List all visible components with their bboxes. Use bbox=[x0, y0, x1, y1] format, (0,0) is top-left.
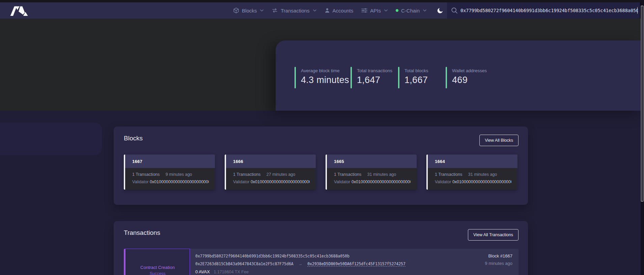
transaction-row: Contract Creation Success 0x7799bd580272… bbox=[124, 249, 519, 275]
transaction-details: 0x7799bd580272f9604140b6991d3bb6c19924bf… bbox=[190, 249, 519, 275]
transaction-age: 9 minutes ago bbox=[485, 261, 512, 266]
nav-item-chain-selector[interactable]: C-Chain bbox=[396, 8, 426, 13]
stat-value: 1,647 bbox=[357, 75, 392, 85]
stat-accent-bar bbox=[351, 67, 352, 88]
chevron-down-icon bbox=[423, 9, 426, 11]
stat-value: 1,667 bbox=[404, 75, 428, 85]
navbar: Blocks Transactions Account bbox=[0, 2, 644, 19]
nav-item-blocks[interactable]: Blocks bbox=[233, 7, 263, 13]
stat-total-blocks: Total blocks 1,667 bbox=[398, 67, 446, 88]
transaction-fee: 1.1718604 TX Fee bbox=[214, 270, 249, 274]
stat-label: Average block time bbox=[301, 68, 349, 73]
block-card-1664[interactable]: 1664 1 Transactions 31 minutes ago Valid… bbox=[426, 155, 517, 190]
text-cursor bbox=[637, 7, 638, 14]
hero-section: Average block time 4.3 minutes Total tra… bbox=[0, 19, 644, 111]
scrollbar-thumb[interactable] bbox=[641, 6, 643, 201]
nav-menu: Blocks Transactions Account bbox=[233, 2, 444, 19]
block-tx-count: 1 Transactions bbox=[334, 172, 361, 177]
transaction-block-info: Block #1667 9 minutes ago bbox=[485, 253, 512, 266]
stat-wallet-addresses: Wallet addresses 469 bbox=[446, 67, 487, 88]
block-card-1667[interactable]: 1667 1 Transactions 9 minutes ago Valida… bbox=[124, 155, 215, 190]
block-age: 9 minutes ago bbox=[166, 172, 192, 177]
view-all-transactions-button[interactable]: View All Transactions bbox=[468, 229, 519, 241]
window-top-strip bbox=[0, 0, 644, 2]
explorer-page: Blocks Transactions Account bbox=[0, 0, 644, 275]
stat-value: 4.3 minutes bbox=[301, 75, 349, 85]
vertical-scrollbar bbox=[641, 0, 644, 275]
person-icon bbox=[325, 8, 330, 13]
blocks-section-title: Blocks bbox=[124, 135, 143, 142]
avalanche-logo[interactable] bbox=[10, 5, 29, 16]
block-number[interactable]: 1664 bbox=[428, 155, 517, 168]
block-age: 31 minutes ago bbox=[367, 172, 396, 177]
nav-label-transactions: Transactions bbox=[281, 8, 309, 13]
sliders-icon bbox=[361, 8, 367, 13]
stat-accent-bar bbox=[398, 67, 399, 88]
stat-accent-bar bbox=[295, 67, 296, 88]
validator-address: 0x010000000000000000000000... bbox=[150, 180, 209, 184]
stat-accent-bar bbox=[446, 67, 447, 88]
nav-item-apis[interactable]: APIs bbox=[361, 8, 388, 13]
block-card-grid: 1667 1 Transactions 9 minutes ago Valida… bbox=[124, 155, 517, 190]
validator-address: 0x010000000000000000000000... bbox=[352, 180, 411, 184]
block-number[interactable]: 1667 bbox=[125, 155, 215, 168]
block-details: 1 Transactions 31 minutes ago Validator … bbox=[428, 168, 517, 190]
nav-label-c-chain: C-Chain bbox=[401, 8, 420, 13]
from-address: 0x2E7263d815CbB43a9647843C8a1e2F5c87F75d… bbox=[195, 262, 293, 266]
block-card-1666[interactable]: 1666 1 Transactions 27 minutes ago Valid… bbox=[225, 155, 316, 190]
transaction-value-line: 0 AVAX 1.1718604 TX Fee bbox=[195, 269, 519, 274]
blocks-section: Blocks View All Blocks 1667 1 Transactio… bbox=[114, 127, 528, 205]
validator-label: Validator bbox=[132, 180, 148, 184]
validator-label: Validator bbox=[435, 180, 451, 184]
block-tx-count: 1 Transactions bbox=[233, 172, 260, 177]
block-details: 1 Transactions 31 minutes ago Validator … bbox=[327, 168, 417, 190]
cube-icon bbox=[233, 7, 239, 13]
stat-total-transactions: Total transactions 1,647 bbox=[351, 67, 398, 88]
stats-panel: Average block time 4.3 minutes Total tra… bbox=[276, 40, 644, 111]
validator-label: Validator bbox=[334, 180, 350, 184]
transaction-hash-link[interactable]: 0x7799bd580272f9604140b6991d3bb6c19924bf… bbox=[195, 254, 519, 258]
transaction-value: 0 AVAX bbox=[195, 269, 210, 274]
transactions-section: Transactions View All Transactions Contr… bbox=[114, 221, 528, 275]
block-reference-link[interactable]: Block #1667 bbox=[485, 253, 512, 258]
chevron-down-icon bbox=[313, 9, 316, 11]
arrow-right-icon: → bbox=[299, 262, 303, 266]
transaction-addresses: 0x2E7263d815CbB43a9647843C8a1e2F5c87F75d… bbox=[195, 262, 519, 266]
search-bar bbox=[447, 2, 641, 19]
nav-item-accounts[interactable]: Accounts bbox=[325, 8, 354, 13]
validator-address: 0x010000000000000000000000... bbox=[452, 180, 511, 184]
validator-label: Validator bbox=[233, 180, 249, 184]
stat-label: Total blocks bbox=[404, 68, 428, 73]
search-icon bbox=[451, 7, 458, 14]
transaction-status: Success bbox=[149, 271, 165, 275]
nav-item-transactions[interactable]: Transactions bbox=[272, 8, 316, 13]
transaction-type-badge: Contract Creation Success bbox=[124, 249, 190, 275]
background-decoration-panel bbox=[0, 122, 102, 155]
stats-row: Average block time 4.3 minutes Total tra… bbox=[295, 67, 487, 88]
chevron-down-icon bbox=[260, 9, 263, 11]
chain-status-dot bbox=[396, 9, 398, 12]
moon-icon bbox=[437, 7, 444, 14]
block-tx-count: 1 Transactions bbox=[435, 172, 462, 177]
block-card-1665[interactable]: 1665 1 Transactions 31 minutes ago Valid… bbox=[326, 155, 417, 190]
nav-label-blocks: Blocks bbox=[242, 8, 257, 13]
nav-label-apis: APIs bbox=[370, 8, 381, 13]
block-tx-count: 1 Transactions bbox=[132, 172, 160, 177]
block-age: 27 minutes ago bbox=[267, 172, 295, 177]
block-number[interactable]: 1666 bbox=[226, 155, 316, 168]
validator-address: 0x010000000000000000000000... bbox=[251, 180, 310, 184]
block-age: 31 minutes ago bbox=[468, 172, 497, 177]
theme-toggle[interactable] bbox=[437, 7, 444, 14]
block-details: 1 Transactions 27 minutes ago Validator … bbox=[226, 168, 316, 190]
block-details: 1 Transactions 9 minutes ago Validator 0… bbox=[125, 168, 215, 190]
stat-label: Total transactions bbox=[357, 68, 392, 73]
block-number[interactable]: 1665 bbox=[327, 155, 417, 168]
stat-average-block-time: Average block time 4.3 minutes bbox=[295, 67, 351, 88]
view-all-blocks-button[interactable]: View All Blocks bbox=[479, 135, 519, 146]
transactions-section-title: Transactions bbox=[124, 229, 160, 237]
search-input[interactable] bbox=[458, 2, 640, 19]
to-address-link[interactable]: 0x2938eD5D869e50DA6f125dfc45F13157f52742… bbox=[307, 262, 405, 267]
transfer-arrows-icon bbox=[272, 8, 278, 13]
stat-value: 469 bbox=[452, 75, 487, 85]
nav-label-accounts: Accounts bbox=[333, 8, 354, 13]
